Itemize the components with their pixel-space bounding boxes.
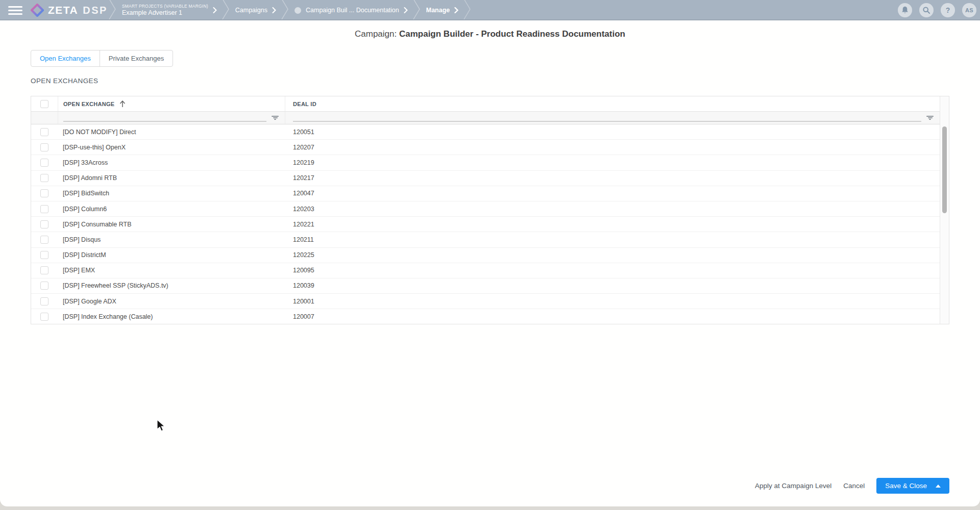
chevron-right-icon (213, 7, 217, 13)
deal-id-cell: 120221 (285, 217, 940, 232)
row-checkbox[interactable] (40, 128, 48, 136)
table-row[interactable]: [DSP] EMX 120095 (31, 263, 940, 278)
select-all-checkbox[interactable] (40, 100, 48, 108)
deal-id-cell: 120211 (285, 232, 940, 247)
table-row[interactable]: [DSP] Disqus 120211 (31, 232, 940, 247)
row-checkbox[interactable] (40, 251, 48, 259)
grid-filter-row (31, 112, 940, 124)
exchange-cell: [DSP] Index Exchange (Casale) (58, 309, 285, 324)
deal-id-cell: 120051 (285, 124, 940, 139)
column-header-deal-id[interactable]: DEAL ID (285, 96, 940, 111)
campaign-name: Campaign Builder - Product Readiness Doc… (399, 29, 625, 39)
table-row[interactable]: [DSP] Consumable RTB 120221 (31, 217, 940, 232)
campaign-label: Campaign Buil ... Documentation (306, 7, 399, 14)
search-icon (923, 7, 930, 14)
table-row[interactable]: [DSP] Index Exchange (Casale) 120007 (31, 309, 940, 324)
tab-open-exchanges[interactable]: Open Exchanges (31, 50, 100, 66)
table-row[interactable]: [DO NOT MODIFY] Direct 120051 (31, 124, 940, 140)
deal-id-cell: 120001 (285, 294, 940, 309)
exchange-filter-input[interactable] (63, 121, 266, 122)
row-checkbox[interactable] (40, 143, 48, 151)
breadcrumb-campaigns[interactable]: Campaigns (235, 7, 276, 14)
row-checkbox[interactable] (40, 220, 48, 228)
deal-id-cell: 120039 (285, 278, 940, 293)
breadcrumb-campaign[interactable]: Campaign Buil ... Documentation (295, 7, 408, 14)
exchange-cell: [DSP] BidSwitch (58, 186, 285, 201)
row-checkbox[interactable] (40, 189, 48, 197)
filter-icon[interactable] (926, 116, 934, 120)
campaigns-label: Campaigns (235, 7, 267, 14)
row-checkbox[interactable] (40, 313, 48, 321)
campaign-status-dot-icon (295, 7, 301, 14)
hamburger-menu-icon[interactable] (8, 4, 22, 17)
row-checkbox[interactable] (40, 174, 48, 182)
section-heading: OPEN EXCHANGES (31, 77, 98, 85)
table-row[interactable]: [DSP] Adomni RTB 120217 (31, 171, 940, 186)
column-header-open-exchange[interactable]: OPEN EXCHANGE (58, 96, 285, 111)
user-avatar[interactable]: AS (962, 3, 976, 17)
breadcrumb-manage[interactable]: Manage (426, 7, 459, 14)
deal-id-cell: 120219 (285, 155, 940, 170)
table-row[interactable]: [DSP] DistrictM 120225 (31, 248, 940, 263)
manage-label: Manage (426, 7, 450, 14)
row-checkbox[interactable] (40, 205, 48, 213)
chevron-right-icon (454, 7, 458, 13)
exchange-cell: [DSP] Google ADX (58, 294, 285, 309)
row-checkbox[interactable] (40, 297, 48, 305)
exchange-cell: [DSP-use-this] OpenX (58, 140, 285, 155)
table-row[interactable]: [DSP] Column6 120203 (31, 201, 940, 217)
deal-id-cell: 120095 (285, 263, 940, 278)
grid-scrollbar[interactable] (940, 96, 949, 324)
row-checkbox[interactable] (40, 266, 48, 274)
save-and-close-button[interactable]: Save & Close (876, 478, 949, 494)
exchange-cell: [DSP] Adomni RTB (58, 171, 285, 186)
tab-private-exchanges[interactable]: Private Exchanges (100, 50, 173, 66)
caret-up-icon (936, 484, 941, 488)
table-row[interactable]: [DSP] BidSwitch 120047 (31, 186, 940, 201)
breadcrumb-advertiser[interactable]: SMART PROJECTS (VARIABLE MARGIN) Example… (122, 4, 217, 17)
deal-id-cell: 120007 (285, 309, 940, 324)
cancel-button[interactable]: Cancel (843, 482, 865, 490)
exchange-cell: [DSP] Freewheel SSP (StickyADS.tv) (58, 278, 285, 293)
deal-id-filter-input[interactable] (293, 121, 921, 122)
exchange-cell: [DSP] Column6 (58, 201, 285, 216)
deal-id-cell: 120047 (285, 186, 940, 201)
breadcrumb-separator-icon (281, 0, 289, 21)
exchange-cell: [DO NOT MODIFY] Direct (58, 124, 285, 139)
table-row[interactable]: [DSP] Freewheel SSP (StickyADS.tv) 12003… (31, 278, 940, 294)
row-checkbox[interactable] (40, 159, 48, 167)
brand-logo[interactable]: ZETA DSP (31, 4, 108, 17)
filter-icon[interactable] (272, 116, 279, 120)
exchange-tabs: Open Exchanges Private Exchanges (31, 50, 173, 67)
table-row[interactable]: [DSP] Google ADX 120001 (31, 294, 940, 309)
sort-ascending-icon (119, 100, 126, 108)
breadcrumb-separator-icon (463, 0, 472, 21)
exchange-cell: [DSP] Disqus (58, 232, 285, 247)
advertiser-label: Example Advertiser 1 (122, 9, 208, 17)
exchange-cell: [DSP] Consumable RTB (58, 217, 285, 232)
grid-body: [DO NOT MODIFY] Direct 120051 [DSP-use-t… (31, 124, 940, 324)
deal-id-cell: 120203 (285, 201, 940, 216)
chevron-right-icon (404, 7, 408, 13)
table-row[interactable]: [DSP] 33Across 120219 (31, 155, 940, 170)
exchange-cell: [DSP] DistrictM (58, 248, 285, 263)
grid-header-row: OPEN EXCHANGE DEAL ID (31, 96, 940, 112)
deal-id-cell: 120217 (285, 171, 940, 186)
zeta-diamond-icon (31, 4, 44, 17)
exchange-cell: [DSP] 33Across (58, 155, 285, 170)
search-button[interactable] (919, 3, 934, 17)
open-exchanges-grid: OPEN EXCHANGE DEAL ID (31, 96, 949, 324)
row-checkbox[interactable] (40, 236, 48, 244)
page-title-prefix: Campaign: (355, 29, 399, 39)
notifications-button[interactable] (898, 3, 912, 17)
deal-id-cell: 120225 (285, 248, 940, 263)
help-button[interactable]: ? (941, 3, 955, 17)
scrollbar-thumb[interactable] (942, 126, 947, 213)
project-eyebrow: SMART PROJECTS (VARIABLE MARGIN) (122, 4, 208, 9)
question-mark-icon: ? (946, 6, 950, 14)
apply-campaign-level-button[interactable]: Apply at Campaign Level (755, 482, 831, 490)
table-row[interactable]: [DSP-use-this] OpenX 120207 (31, 140, 940, 155)
bell-icon (901, 6, 909, 14)
deal-id-cell: 120207 (285, 140, 940, 155)
row-checkbox[interactable] (40, 282, 48, 290)
